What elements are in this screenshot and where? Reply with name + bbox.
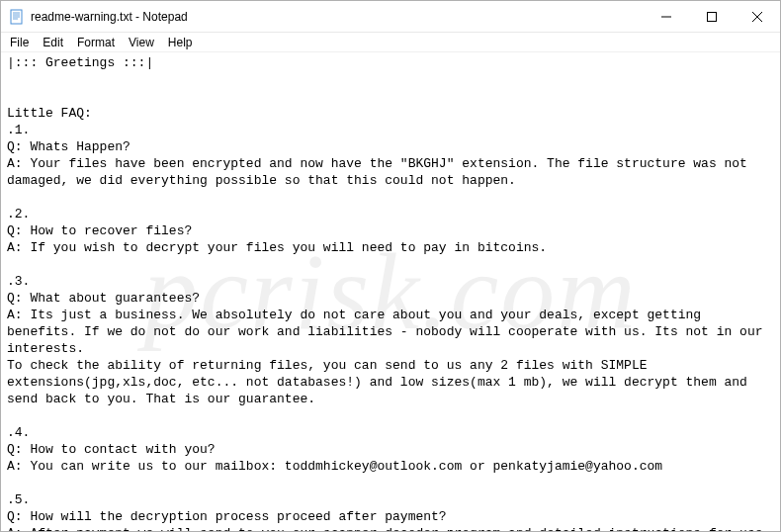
notepad-icon <box>9 9 25 25</box>
window-controls <box>644 1 780 32</box>
notepad-window: readme-warning.txt - Notepad File Edit F… <box>0 0 781 532</box>
menu-file[interactable]: File <box>3 35 36 50</box>
menubar: File Edit Format View Help <box>1 33 780 52</box>
minimize-button[interactable] <box>644 1 689 32</box>
document-text: |::: Greetings :::| Little FAQ: .1. Q: W… <box>7 55 778 531</box>
svg-rect-6 <box>708 12 717 21</box>
menu-edit[interactable]: Edit <box>36 35 70 50</box>
close-button[interactable] <box>735 1 780 32</box>
watermark: pcrisk.com <box>143 284 638 301</box>
menu-view[interactable]: View <box>122 35 161 50</box>
menu-help[interactable]: Help <box>161 35 200 50</box>
maximize-button[interactable] <box>689 1 735 32</box>
window-title: readme-warning.txt - Notepad <box>31 10 644 24</box>
titlebar: readme-warning.txt - Notepad <box>1 1 780 33</box>
menu-format[interactable]: Format <box>70 35 122 50</box>
text-area[interactable]: |::: Greetings :::| Little FAQ: .1. Q: W… <box>1 52 780 531</box>
